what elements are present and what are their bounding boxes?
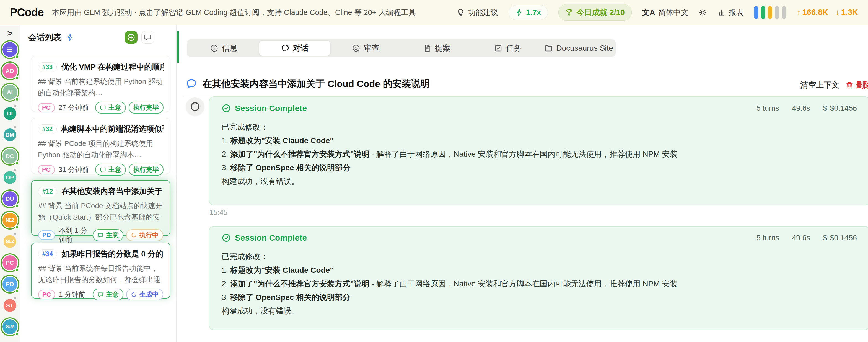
- usage-bar: [775, 6, 779, 19]
- message-line: 1. 标题改为"安装 Claude Code": [222, 134, 857, 147]
- project-avatar-dm[interactable]: DM: [4, 129, 16, 141]
- project-avatar-list[interactable]: ☰: [2, 42, 18, 57]
- online-dot: [15, 97, 19, 102]
- time-ago: 1 分钟前: [59, 290, 86, 299]
- message-line: 已完成修改：: [222, 250, 857, 263]
- session-status: Session Complete: [222, 233, 307, 243]
- offline-dot: [13, 168, 17, 172]
- info-icon: [210, 44, 218, 52]
- online-dot: [15, 289, 19, 293]
- message-timestamp: 15:45: [210, 208, 227, 217]
- time-ago: 27 分钟前: [59, 103, 89, 112]
- online-dot: [15, 161, 19, 165]
- message-line: 构建成功，没有错误。: [222, 174, 857, 188]
- project-avatar-st[interactable]: ST: [4, 299, 16, 312]
- owner-badge: PC: [38, 103, 55, 112]
- tokens-up: ↑ 166.8K: [797, 8, 828, 17]
- online-dot: [15, 225, 19, 229]
- usage-bar: [768, 6, 772, 19]
- conversation-card-32[interactable]: #32 构建脚本中的前端混淆选项似乎… ## 背景 PCode 项目的构建系统使…: [31, 118, 170, 174]
- session-meta: 5 turns 49.6s $ $0.1456: [756, 104, 857, 113]
- project-avatar-dp[interactable]: DP: [4, 171, 16, 184]
- document-icon: [423, 44, 431, 52]
- conversation-card-12-selected[interactable]: #12 在其他安装内容当中添加关于 Cl… ## 背景 当前 PCode 文档站…: [31, 180, 170, 236]
- tab-tasks[interactable]: 任务: [472, 41, 544, 56]
- review-eye-icon: [352, 44, 360, 52]
- tab-proposal[interactable]: 提案: [401, 41, 472, 56]
- issue-id-badge: #32: [38, 124, 57, 134]
- collapse-rail-button[interactable]: >: [7, 28, 12, 39]
- project-avatar-ne2-2[interactable]: NE2: [4, 235, 16, 248]
- owner-badge: PC: [38, 165, 55, 174]
- conversation-preview: ## 背景 当前 PCode 文档站点的快速开始（Quick Start）部分已…: [38, 200, 163, 223]
- cost: $ $0.1456: [823, 104, 857, 113]
- turns-count: 5 turns: [756, 234, 779, 242]
- project-avatar-du[interactable]: DU: [2, 191, 18, 206]
- message-body: 已完成修改： 1. 标题改为"安装 Claude Code" 2. 添加了"为什…: [222, 120, 857, 188]
- tab-info[interactable]: 信息: [188, 41, 259, 56]
- project-avatar-pd[interactable]: PD: [2, 277, 18, 292]
- achievement-badge[interactable]: 今日成就 2/10: [558, 4, 631, 21]
- open-chat-button[interactable]: [142, 31, 154, 44]
- duration: 49.6s: [792, 104, 810, 113]
- token-stats: ↑ 166.8K ↓ 1.3K: [797, 8, 858, 17]
- chat-bubble-icon: [186, 78, 197, 89]
- brand-logo: PCode: [10, 6, 44, 19]
- section-divider: [183, 95, 868, 96]
- trophy-icon: [565, 8, 573, 16]
- conversation-title: 在其他安装内容当中添加关于 Cl…: [61, 186, 163, 197]
- spinner-icon: [131, 232, 137, 238]
- status-tag: 执行完毕: [129, 164, 163, 176]
- conversation-card-34[interactable]: #34 如果昨日报告的分数是 0 分的话… ## 背景 当前系统在每日报告功能中…: [31, 243, 170, 298]
- project-avatar-su2[interactable]: SU2: [2, 319, 18, 334]
- session-message-1: Session Complete 5 turns 49.6s $ $0.1456…: [209, 96, 868, 205]
- bar-chart-icon: [717, 8, 725, 16]
- online-dot: [15, 76, 19, 80]
- duration: 49.6s: [792, 234, 810, 242]
- delete-button[interactable]: 删除: [845, 80, 868, 90]
- header-tagline[interactable]: 本应用由 GLM 强力驱动 · 点击了解智谱 GLM Coding 超值订阅，支…: [52, 7, 416, 18]
- tab-review[interactable]: 审查: [330, 41, 401, 56]
- check-circle-icon: [222, 104, 231, 113]
- owner-badge: PD: [38, 230, 55, 240]
- cost: $ $0.1456: [823, 234, 857, 242]
- usage-bar: [782, 6, 786, 19]
- check-square-icon: [494, 44, 502, 52]
- project-avatar-ne2[interactable]: NE2: [2, 213, 18, 228]
- conversation-card-33[interactable]: #33 优化 VMP 在构建过程中的顺序 ## 背景 当前构建系统使用 Pyth…: [31, 56, 170, 112]
- arrow-up-icon: ↑: [797, 8, 801, 17]
- conversation-title: 如果昨日报告的分数是 0 分的话…: [61, 249, 163, 259]
- check-circle-icon: [222, 233, 231, 243]
- tab-chat[interactable]: 对话: [259, 41, 330, 56]
- project-avatar-di[interactable]: DI: [4, 107, 16, 120]
- message-line: 1. 标题改为"安装 Claude Code": [222, 263, 857, 277]
- offline-dot: [13, 125, 17, 129]
- online-dot: [15, 55, 19, 59]
- dollar-icon: $: [823, 234, 827, 242]
- project-avatar-ad[interactable]: AD: [2, 63, 18, 78]
- conversation-preview: ## 背景 当前构建系统使用 Python 驱动的自动化部署架构…: [38, 76, 163, 98]
- clear-context-button[interactable]: 清空上下文: [801, 80, 839, 90]
- project-avatar-pc[interactable]: PC: [2, 255, 18, 270]
- offline-dot: [13, 232, 17, 236]
- main-panel: 信息 对话 审查 提案 任务 Docusaurus Site 在其他安装内容当中…: [177, 25, 868, 342]
- message-line: 已完成修改：: [222, 120, 857, 134]
- usage-bar: [754, 6, 758, 19]
- project-avatar-ai[interactable]: AI: [2, 85, 18, 100]
- feature-suggest-button[interactable]: 功能建议: [457, 7, 498, 18]
- speed-badge[interactable]: 1.7x: [508, 5, 548, 20]
- conversation-list-title: 会话列表: [28, 32, 61, 43]
- online-dot: [15, 268, 19, 272]
- message-line: 3. 移除了 OpenSpec 相关的说明部分: [222, 290, 857, 304]
- tab-docusaurus-site[interactable]: Docusaurus Site: [543, 41, 614, 56]
- turns-count: 5 turns: [756, 104, 779, 113]
- new-conversation-button[interactable]: [125, 31, 137, 44]
- folder-icon: [544, 44, 553, 52]
- language-switch[interactable]: 文A 简体中文: [642, 7, 688, 18]
- report-button[interactable]: 报表: [717, 7, 743, 18]
- agent-avatar: [186, 97, 204, 116]
- theme-toggle[interactable]: [699, 8, 707, 17]
- project-avatar-dc[interactable]: DC: [2, 149, 18, 164]
- translate-icon: 文A: [642, 7, 655, 18]
- tab-bar: 信息 对话 审查 提案 任务 Docusaurus Site: [187, 39, 616, 57]
